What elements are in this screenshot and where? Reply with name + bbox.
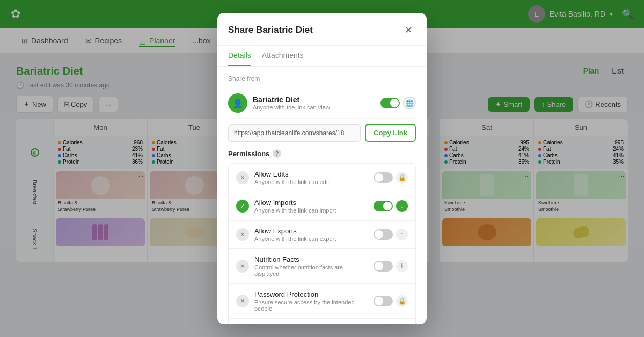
- tab-attachments[interactable]: Attachments: [262, 46, 304, 66]
- modal-tabs: Details Attachments: [217, 46, 427, 67]
- allow-edits-icon-button[interactable]: 🔒: [396, 172, 408, 184]
- permissions-help-icon[interactable]: ?: [273, 149, 281, 158]
- allow-exports-info: Allow Exports Anyone with the link can e…: [254, 227, 368, 242]
- permission-allow-imports: ✓ Allow Imports Anyone with the link can…: [229, 192, 415, 221]
- allow-edits-controls: 🔒: [374, 172, 408, 184]
- password-toggle[interactable]: [374, 296, 393, 306]
- permission-password-protection: ✕ Password Protection Ensure secure acce…: [229, 284, 415, 319]
- permission-allow-edits: ✕ Allow Edits Anyone with the link can e…: [229, 164, 415, 192]
- share-from-label: Share from: [228, 75, 416, 83]
- nutrition-facts-controls: ℹ: [374, 260, 408, 272]
- nutrition-facts-icon-button[interactable]: ℹ: [396, 260, 408, 272]
- modal-overlay[interactable]: Share Bariatric Diet ✕ Details Attachmen…: [0, 0, 644, 337]
- permission-allow-exports: ✕ Allow Exports Anyone with the link can…: [229, 221, 415, 249]
- password-status-icon: ✕: [236, 295, 249, 307]
- allow-imports-icon-button[interactable]: ↓: [396, 200, 408, 212]
- allow-exports-status-icon: ✕: [236, 228, 249, 241]
- allow-exports-icon-button[interactable]: ↑: [396, 229, 408, 240]
- allow-exports-toggle[interactable]: [374, 229, 393, 240]
- modal-header: Share Bariatric Diet ✕: [217, 13, 427, 46]
- allow-imports-status-icon: ✓: [236, 200, 249, 213]
- url-row: Copy Link: [228, 119, 416, 149]
- nutrition-facts-toggle[interactable]: [374, 261, 393, 272]
- password-info: Password Protection Ensure secure access…: [254, 290, 368, 312]
- allow-imports-toggle[interactable]: [374, 201, 393, 211]
- tab-details[interactable]: Details: [228, 46, 251, 66]
- share-controls: 🌐: [380, 97, 416, 109]
- allow-edits-status-icon: ✕: [236, 171, 249, 184]
- share-from-row: 👤 Bariatric Diet Anyone with the link ca…: [228, 88, 416, 119]
- permission-user-identification: ✕ User Identification People are require…: [229, 319, 415, 324]
- nutrition-facts-status-icon: ✕: [236, 260, 249, 273]
- nutrition-facts-info: Nutrition Facts Control whether nutritio…: [254, 255, 368, 277]
- modal-body: Share from 👤 Bariatric Diet Anyone with …: [217, 67, 427, 324]
- permission-nutrition-facts: ✕ Nutrition Facts Control whether nutrit…: [229, 249, 415, 284]
- password-icon-button[interactable]: 🔒: [396, 295, 408, 307]
- permissions-list: ✕ Allow Edits Anyone with the link can e…: [228, 163, 416, 324]
- diet-desc: Anyone with the link can view: [253, 104, 330, 111]
- share-url-input[interactable]: [228, 124, 361, 142]
- allow-imports-info: Allow Imports Anyone with the link can i…: [254, 199, 368, 214]
- diet-icon: 👤: [228, 93, 247, 113]
- modal-title: Share Bariatric Diet: [228, 25, 313, 35]
- copy-link-button[interactable]: Copy Link: [365, 124, 416, 142]
- share-modal: Share Bariatric Diet ✕ Details Attachmen…: [217, 13, 427, 324]
- permissions-header: Permissions ?: [228, 149, 416, 158]
- modal-close-button[interactable]: ✕: [401, 23, 416, 38]
- allow-exports-controls: ↑: [374, 229, 408, 240]
- allow-edits-toggle[interactable]: [374, 172, 393, 183]
- diet-name: Bariatric Diet: [253, 96, 330, 104]
- share-options-button[interactable]: 🌐: [403, 97, 416, 109]
- diet-info: Bariatric Diet Anyone with the link can …: [253, 96, 330, 111]
- allow-imports-controls: ↓: [374, 200, 408, 212]
- password-controls: 🔒: [374, 295, 408, 307]
- share-toggle[interactable]: [380, 98, 400, 108]
- allow-edits-info: Allow Edits Anyone with the link can edi…: [254, 170, 368, 185]
